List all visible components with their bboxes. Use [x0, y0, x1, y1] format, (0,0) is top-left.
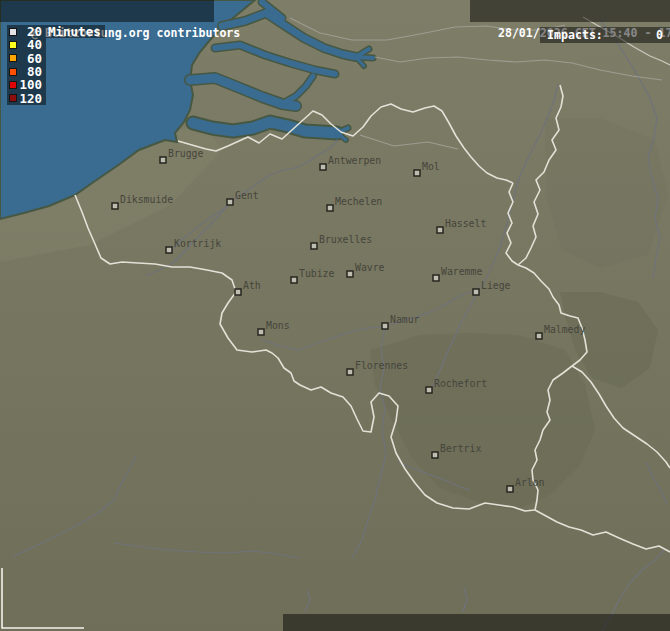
legend-row-20: 20Minutes [7, 25, 105, 38]
city-label-tubize: Tubize [299, 268, 334, 279]
city-marker-rochefort [426, 387, 432, 393]
legend-swatch-120 [9, 94, 17, 102]
city-label-waremme: Waremme [441, 266, 482, 277]
city-marker-hasselt [437, 227, 443, 233]
city-marker-mol [414, 170, 420, 176]
city-marker-arlon [507, 486, 513, 492]
city-label-diksmuide: Diksmuide [120, 194, 173, 205]
legend-unit-label: Minutes [48, 24, 101, 39]
legend-row-100: 100 [7, 78, 46, 91]
city-marker-ath [235, 289, 241, 295]
city-marker-namur [382, 323, 388, 329]
city-label-namur: Namur [390, 314, 420, 325]
city-marker-antwerpen [320, 164, 326, 170]
city-label-kortrijk: Kortrijk [174, 238, 221, 249]
city-label-wavre: Wavre [355, 262, 385, 273]
city-marker-wavre [347, 271, 353, 277]
city-label-gent: Gent [235, 190, 259, 201]
attribution-bar: @ Blitzortung.org contributors [0, 0, 214, 22]
city-label-florennes: Florennes [355, 360, 408, 371]
city-label-rochefort: Rochefort [434, 378, 487, 389]
legend-row-120: 120 [7, 91, 46, 104]
city-marker-bruxelles [311, 243, 317, 249]
datetime-bar: 28/01/2026 CET 15:40 - 17:40 [470, 0, 670, 22]
legend-swatch-60 [9, 54, 17, 62]
city-marker-brugge [160, 157, 166, 163]
city-label-arlon: Arlon [515, 477, 545, 488]
footer-bar: Generated by www.meteobelgique.be / www.… [283, 614, 670, 631]
city-marker-mechelen [327, 205, 333, 211]
legend-swatch-80 [9, 68, 17, 76]
city-marker-waremme [433, 275, 439, 281]
city-label-mechelen: Mechelen [335, 196, 382, 207]
city-label-bertrix: Bertrix [440, 443, 481, 454]
lightning-map-app: BruggeAntwerpenMolGentMechelenDiksmuideH… [0, 0, 670, 631]
impacts-label: Impacts: [547, 27, 603, 43]
city-marker-gent [227, 199, 233, 205]
impacts-value: 0 [656, 27, 663, 43]
city-marker-kortrijk [166, 247, 172, 253]
city-label-brugge: Brugge [168, 148, 203, 159]
city-marker-malmedy [536, 333, 542, 339]
impacts-box: Impacts: 0 [540, 27, 670, 43]
city-marker-bertrix [432, 452, 438, 458]
legend-row-80: 80 [7, 65, 46, 78]
legend-swatch-40 [9, 41, 17, 49]
city-marker-mons [258, 329, 264, 335]
city-label-liege: Liege [481, 280, 511, 291]
city-marker-florennes [347, 369, 353, 375]
city-label-ath: Ath [243, 280, 261, 291]
city-label-mons: Mons [266, 320, 290, 331]
city-marker-tubize [291, 277, 297, 283]
legend-row-40: 40 [7, 38, 46, 51]
legend-row-60: 60 [7, 52, 46, 65]
city-label-antwerpen: Antwerpen [328, 155, 381, 166]
legend-swatch-20 [9, 28, 17, 36]
age-legend: 20Minutes406080100120 [7, 25, 105, 105]
legend-value: 120 [19, 91, 42, 106]
city-label-malmedy: Malmedy [544, 324, 585, 335]
city-marker-liege [473, 289, 479, 295]
city-marker-diksmuide [112, 203, 118, 209]
legend-swatch-100 [9, 81, 17, 89]
city-label-hasselt: Hasselt [445, 218, 486, 229]
city-label-mol: Mol [422, 161, 440, 172]
city-label-bruxelles: Bruxelles [319, 234, 372, 245]
